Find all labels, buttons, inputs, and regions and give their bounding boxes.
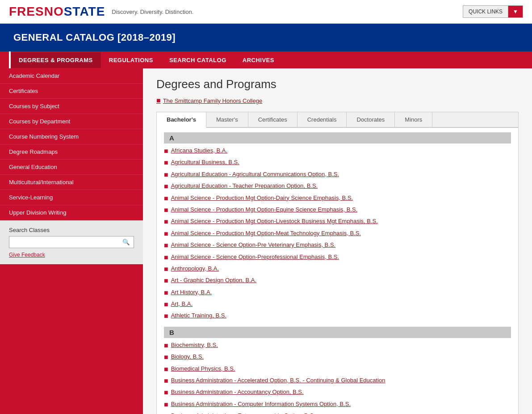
- search-submit-button[interactable]: 🔍: [119, 237, 134, 247]
- sidebar-item-courses-subject[interactable]: Courses by Subject: [0, 99, 143, 114]
- list-item: ■Animal Science - Production Mgt Option-…: [164, 216, 511, 228]
- alpha-header-b: B: [164, 327, 511, 338]
- bullet-icon: ■: [164, 253, 168, 262]
- quick-links-arrow-icon: ▼: [508, 6, 523, 17]
- program-link[interactable]: Business Administration - Accelerated Op…: [171, 376, 385, 385]
- search-input[interactable]: [9, 237, 119, 248]
- tab-doctorates[interactable]: Doctorates: [347, 112, 395, 127]
- main-layout: Academic Calendar Certificates Courses b…: [0, 68, 532, 414]
- program-link[interactable]: Art, B.A.: [171, 300, 193, 308]
- sidebar-item-general-education[interactable]: General Education: [0, 160, 143, 175]
- list-item: ■Business Administration - Computer Info…: [164, 399, 511, 410]
- list-item: ■Animal Science - Science Option-Pre Vet…: [164, 240, 511, 251]
- list-item: ■Animal Science - Production Mgt Option-…: [164, 228, 511, 240]
- list-item: ■Business Administration - Accountancy O…: [164, 387, 511, 398]
- search-icon: 🔍: [122, 239, 130, 245]
- bullet-icon: ■: [164, 182, 168, 191]
- sidebar-item-course-numbering[interactable]: Course Numbering System: [0, 129, 143, 144]
- sidebar-item-certificates[interactable]: Certificates: [0, 84, 143, 99]
- list-item: ■Animal Science - Production Mgt Option-…: [164, 204, 511, 216]
- logo-state: STATE: [64, 4, 105, 18]
- program-link[interactable]: Animal Science - Production Mgt Option-L…: [171, 217, 378, 226]
- program-link[interactable]: Agricultural Business, B.S.: [171, 158, 239, 167]
- list-item: ■Biology, B.S.: [164, 351, 511, 363]
- sidebar-item-upper-division[interactable]: Upper Division Writing: [0, 205, 143, 220]
- list-item: ■Art - Graphic Design Option, B.A.: [164, 275, 511, 287]
- honors-link[interactable]: ■ The Smittcamp Family Honors College: [156, 97, 519, 105]
- nav-search-catalog[interactable]: SEARCH CATALOG: [161, 52, 235, 68]
- list-item: ■Business Administration - Entrepreneurs…: [164, 410, 511, 414]
- program-link[interactable]: Biochemistry, B.S.: [171, 341, 218, 350]
- tab-masters[interactable]: Master's: [206, 112, 248, 127]
- sidebar-item-academic-calendar[interactable]: Academic Calendar: [0, 68, 143, 84]
- list-item: ■Anthropology, B.A.: [164, 263, 511, 275]
- bullet-icon: ■: [164, 146, 168, 156]
- list-item: ■Animal Science - Science Option-Preprof…: [164, 252, 511, 263]
- program-link[interactable]: Business Administration - Accountancy Op…: [171, 388, 304, 397]
- nav-archives[interactable]: ARCHIVES: [235, 52, 282, 68]
- bullet-icon: ■: [164, 300, 168, 309]
- list-item: ■Biomedical Physics, B.S.: [164, 363, 511, 375]
- program-link[interactable]: Animal Science - Science Option-Preprofe…: [171, 253, 339, 262]
- bullet-icon: ■: [164, 388, 168, 397]
- program-link[interactable]: Animal Science - Production Mgt Option-M…: [171, 229, 361, 238]
- bullet-icon: ■: [164, 170, 168, 180]
- sidebar: Academic Calendar Certificates Courses b…: [0, 68, 143, 414]
- alpha-section-b: B ■Biochemistry, B.S. ■Biology, B.S. ■Bi…: [164, 327, 511, 414]
- bullet-icon: ■: [164, 411, 168, 414]
- bullet-icon: ■: [164, 276, 168, 286]
- sidebar-item-degree-roadmaps[interactable]: Degree Roadmaps: [0, 144, 143, 160]
- quick-links-label: QUICK LINKS: [463, 6, 508, 17]
- sidebar-item-courses-department[interactable]: Courses by Department: [0, 114, 143, 129]
- program-link[interactable]: Animal Science - Production Mgt Option-E…: [171, 205, 358, 214]
- give-feedback-link[interactable]: Give Feedback: [9, 252, 134, 258]
- alpha-section-a: A ■Africana Studies, B.A. ■Agricultural …: [164, 132, 511, 322]
- nav-bar: DEGREES & PROGRAMS REGULATIONS SEARCH CA…: [0, 51, 532, 68]
- list-item: ■Agricultural Education - Agricultural C…: [164, 169, 511, 181]
- program-link[interactable]: Art - Graphic Design Option, B.A.: [171, 276, 256, 285]
- search-box[interactable]: 🔍: [9, 236, 134, 248]
- logo-tagline: Discovery. Diversity. Distinction.: [112, 8, 193, 15]
- bullet-icon: ■: [164, 205, 168, 215]
- program-link[interactable]: Art History, B.A.: [171, 288, 212, 297]
- program-link[interactable]: Animal Science - Science Option-Pre Vete…: [171, 241, 336, 249]
- bullet-icon: ■: [164, 229, 168, 239]
- program-link[interactable]: Business Administration - Computer Infor…: [171, 400, 351, 409]
- program-link[interactable]: Business Administration - Entrepreneursh…: [171, 411, 315, 414]
- site-header: FRESNOSTATE Discovery. Diversity. Distin…: [0, 0, 532, 24]
- tab-bachelors[interactable]: Bachelor's: [157, 112, 206, 128]
- program-link[interactable]: Biology, B.S.: [171, 352, 204, 361]
- page-title: Degrees and Programs: [156, 77, 519, 91]
- list-item: ■Business Administration - Accelerated O…: [164, 375, 511, 387]
- logo-fresno: FRESN: [9, 4, 54, 18]
- quick-links-button[interactable]: QUICK LINKS ▼: [463, 5, 523, 18]
- tabs-container: Bachelor's Master's Certificates Credent…: [156, 112, 519, 414]
- list-item: ■Art History, B.A.: [164, 287, 511, 299]
- list-item: ■Africana Studies, B.A.: [164, 145, 511, 157]
- program-link[interactable]: Agricultural Education - Teacher Prepara…: [171, 182, 318, 190]
- bullet-icon: ■: [164, 364, 168, 374]
- tab-credentials[interactable]: Credentials: [297, 112, 347, 127]
- alpha-header-a: A: [164, 132, 511, 144]
- program-link[interactable]: Athletic Training, B.S.: [171, 311, 226, 320]
- program-link[interactable]: Agricultural Education - Agricultural Co…: [171, 170, 339, 179]
- program-link[interactable]: Animal Science - Production Mgt Option-D…: [171, 194, 353, 203]
- list-item: ■Art, B.A.: [164, 299, 511, 310]
- program-link[interactable]: Anthropology, B.A.: [171, 264, 219, 273]
- content-area: Degrees and Programs ■ The Smittcamp Fam…: [143, 68, 532, 414]
- nav-degrees-programs[interactable]: DEGREES & PROGRAMS: [11, 52, 101, 68]
- bullet-icon: ■: [164, 264, 168, 274]
- sidebar-item-multicultural[interactable]: Multicultural/International: [0, 175, 143, 190]
- search-classes-label: Search Classes: [9, 227, 134, 233]
- tabs-row: Bachelor's Master's Certificates Credent…: [157, 112, 518, 128]
- bullet-icon: ■: [164, 311, 168, 321]
- logo: FRESNOSTATE: [9, 4, 105, 19]
- nav-regulations[interactable]: REGULATIONS: [101, 52, 161, 68]
- program-link[interactable]: Africana Studies, B.A.: [171, 146, 227, 155]
- sidebar-item-service-learning[interactable]: Service-Learning: [0, 190, 143, 205]
- bullet-icon: ■: [164, 241, 168, 250]
- program-link[interactable]: Biomedical Physics, B.S.: [171, 364, 235, 373]
- tab-minors[interactable]: Minors: [395, 112, 432, 127]
- bullet-icon: ■: [164, 288, 168, 298]
- tab-certificates[interactable]: Certificates: [248, 112, 297, 127]
